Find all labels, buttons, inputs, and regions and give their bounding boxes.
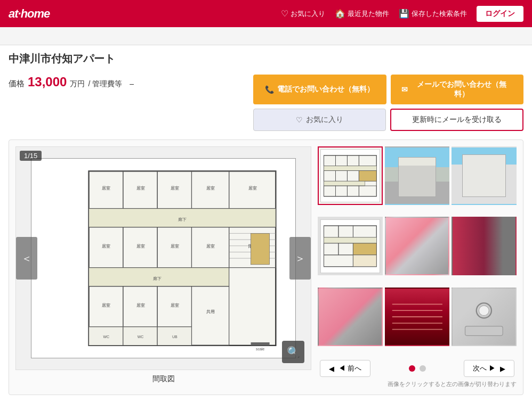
email-icon: ✉: [401, 85, 408, 94]
thumbnail-8[interactable]: [385, 288, 450, 346]
svg-text:居室: 居室: [136, 244, 144, 249]
chevron-left-icon: ◀: [329, 365, 334, 373]
price-actions-section: 価格 13,000 万円 / 管理費等 – 📞 電話でお問い合わせ（無料） ✉ …: [9, 75, 523, 131]
svg-text:居室: 居室: [171, 303, 179, 308]
svg-text:居室: 居室: [102, 186, 110, 191]
main-image-area: 1/15 ＜ 居室 居室 居室: [15, 146, 311, 388]
thumbnail-2[interactable]: [385, 146, 450, 205]
svg-text:居室: 居室: [206, 186, 214, 191]
svg-point-78: [479, 305, 489, 315]
main-image-caption: 間取図: [15, 370, 311, 388]
svg-rect-69: [353, 243, 376, 255]
thumbnail-grid: [318, 146, 517, 356]
svg-text:共用: 共用: [206, 309, 214, 314]
floor-plan-image: 居室 居室 居室 居室 居室 廊下 居室 居室 居室: [31, 158, 296, 358]
svg-rect-57: [324, 181, 365, 186]
main-image-container: ＜ 居室 居室 居室 居室 居室: [15, 146, 311, 370]
nav-saved-search[interactable]: 💾 保存した検索条件: [399, 9, 467, 19]
chevron-right-icon: ▶: [500, 365, 505, 373]
image-counter: 1/15: [20, 151, 42, 161]
svg-text:居室: 居室: [102, 303, 110, 308]
nav-recent[interactable]: 🏠 最近見た物件: [335, 9, 389, 19]
sub-nav: [0, 27, 532, 45]
svg-text:廊下: 廊下: [178, 217, 187, 222]
thumbnail-5[interactable]: [385, 217, 450, 275]
thumbnail-3[interactable]: [452, 146, 517, 205]
thumbnail-navigation: ◀ ◀ 前へ 次へ ▶ ▶: [318, 356, 517, 377]
login-button[interactable]: ログイン: [477, 6, 523, 22]
site-header: at·home ♡ お気に入り 🏠 最近見た物件 💾 保存した検索条件 ログイン: [0, 0, 532, 27]
property-title: 中津川市付知アパート: [9, 52, 523, 66]
svg-text:居室: 居室: [171, 186, 179, 191]
price-unit: 万円: [70, 79, 85, 89]
thumbnail-4[interactable]: [318, 217, 383, 275]
add-favorite-button[interactable]: ♡ お気に入り: [253, 109, 386, 131]
action-buttons: 📞 電話でお問い合わせ（無料） ✉ メールでお問い合わせ（無料） ♡ お気に入り…: [253, 75, 523, 131]
price-block: 価格 13,000 万円 / 管理費等 –: [9, 75, 134, 89]
price-value: 13,000: [28, 75, 67, 89]
svg-text:居室: 居室: [136, 303, 144, 308]
price-management: / 管理費等 –: [88, 79, 134, 89]
zoom-button[interactable]: 🔍: [282, 341, 304, 363]
svg-text:居室: 居室: [136, 186, 144, 191]
gallery-section: 1/15 ＜ 居室 居室 居室: [9, 140, 523, 395]
thumbnail-7[interactable]: [318, 288, 383, 346]
dot-2[interactable]: [420, 365, 426, 372]
svg-text:居室: 居室: [102, 244, 110, 249]
svg-text:scale: scale: [256, 347, 264, 351]
svg-rect-52: [324, 166, 376, 170]
dot-1[interactable]: [409, 365, 415, 372]
prev-image-button[interactable]: ＜: [16, 237, 37, 280]
save-icon: 💾: [399, 9, 409, 19]
header-nav: ♡ お気に入り 🏠 最近見た物件 💾 保存した検索条件 ログイン: [281, 6, 523, 22]
thumbnail-9[interactable]: [452, 288, 517, 346]
svg-rect-79: [465, 326, 503, 335]
email-inquiry-button[interactable]: ✉ メールでお問い合わせ（無料）: [391, 75, 524, 104]
heart-outline-icon: ♡: [296, 116, 303, 124]
price-label: 価格: [9, 79, 25, 89]
svg-rect-71: [353, 255, 376, 267]
thumbnail-area: ◀ ◀ 前へ 次へ ▶ ▶ 画像をクリックすると左の画像が切り替わります: [318, 146, 517, 388]
svg-rect-45: [251, 342, 269, 346]
next-image-button[interactable]: ＞: [289, 237, 311, 280]
action-row-2: ♡ お気に入り 更新時にメールを受け取る: [253, 109, 523, 131]
svg-rect-56: [359, 170, 376, 181]
email-alert-button[interactable]: 更新時にメールを受け取る: [390, 109, 524, 131]
svg-text:WC: WC: [103, 335, 109, 339]
site-logo[interactable]: at·home: [9, 7, 50, 21]
svg-text:居室: 居室: [206, 244, 214, 249]
thumbnail-hint: 画像をクリックすると左の画像が切り替わります: [318, 377, 517, 388]
thumbnail-1[interactable]: [318, 146, 383, 205]
main-content: 中津川市付知アパート 価格 13,000 万円 / 管理費等 – 📞 電話でお問…: [0, 45, 532, 401]
svg-text:居室: 居室: [248, 186, 257, 191]
action-row-1: 📞 電話でお問い合わせ（無料） ✉ メールでお問い合わせ（無料）: [253, 75, 523, 104]
thumbnail-6[interactable]: [452, 217, 517, 275]
phone-icon: 📞: [265, 85, 274, 94]
nav-favorites[interactable]: ♡ お気に入り: [281, 9, 325, 19]
thumb-prev-button[interactable]: ◀ ◀ 前へ: [320, 360, 370, 377]
svg-text:廊下: 廊下: [153, 276, 162, 281]
svg-rect-66: [324, 237, 376, 243]
svg-rect-28: [251, 233, 269, 264]
thumbnail-dots: [409, 365, 426, 372]
svg-text:WC: WC: [137, 335, 143, 339]
phone-inquiry-button[interactable]: 📞 電話でお問い合わせ（無料）: [253, 75, 386, 104]
thumb-next-button[interactable]: 次へ ▶ ▶: [464, 360, 514, 377]
heart-icon: ♡: [281, 9, 288, 19]
home-icon: 🏠: [335, 9, 345, 19]
zoom-icon: 🔍: [287, 346, 300, 358]
svg-text:居室: 居室: [171, 244, 179, 249]
svg-text:UB: UB: [172, 335, 178, 339]
